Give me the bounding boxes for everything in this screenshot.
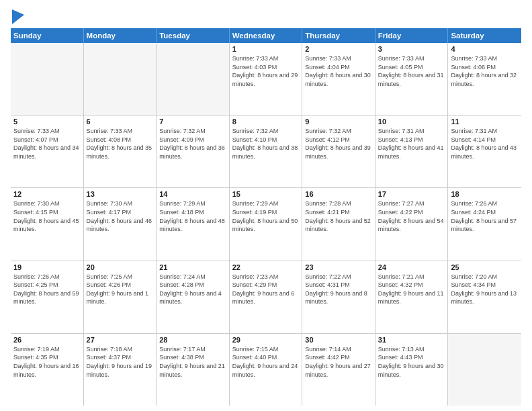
header-day-sunday: Sunday xyxy=(11,28,84,43)
calendar-cell: 2Sunrise: 7:33 AM Sunset: 4:04 PM Daylig… xyxy=(302,43,375,115)
cell-data: Sunrise: 7:25 AM Sunset: 4:26 PM Dayligh… xyxy=(87,273,154,306)
cell-data: Sunrise: 7:30 AM Sunset: 4:17 PM Dayligh… xyxy=(87,199,154,233)
cell-data: Sunrise: 7:33 AM Sunset: 4:05 PM Dayligh… xyxy=(378,54,445,88)
calendar-cell: 26Sunrise: 7:19 AM Sunset: 4:35 PM Dayli… xyxy=(11,334,84,406)
cell-data: Sunrise: 7:31 AM Sunset: 4:13 PM Dayligh… xyxy=(378,127,445,161)
calendar-cell: 1Sunrise: 7:33 AM Sunset: 4:03 PM Daylig… xyxy=(230,43,303,115)
day-number: 10 xyxy=(378,118,445,126)
day-number: 7 xyxy=(159,118,226,126)
calendar-cell xyxy=(11,43,84,115)
calendar-row-4: 19Sunrise: 7:26 AM Sunset: 4:25 PM Dayli… xyxy=(11,261,521,334)
day-number: 11 xyxy=(451,118,519,126)
calendar-cell: 9Sunrise: 7:32 AM Sunset: 4:12 PM Daylig… xyxy=(302,116,375,187)
header xyxy=(11,8,521,24)
day-number: 3 xyxy=(378,45,445,53)
calendar-row-1: 1Sunrise: 7:33 AM Sunset: 4:03 PM Daylig… xyxy=(11,43,521,116)
calendar-cell: 4Sunrise: 7:33 AM Sunset: 4:06 PM Daylig… xyxy=(448,43,521,115)
day-number: 17 xyxy=(378,190,445,198)
cell-data: Sunrise: 7:20 AM Sunset: 4:34 PM Dayligh… xyxy=(451,273,519,306)
calendar-header: SundayMondayTuesdayWednesdayThursdayFrid… xyxy=(11,28,521,43)
day-number: 6 xyxy=(87,118,154,126)
cell-data: Sunrise: 7:22 AM Sunset: 4:31 PM Dayligh… xyxy=(305,273,372,306)
svg-marker-0 xyxy=(12,9,24,24)
calendar-cell: 12Sunrise: 7:30 AM Sunset: 4:15 PM Dayli… xyxy=(11,188,84,260)
header-day-thursday: Thursday xyxy=(302,28,375,43)
header-day-tuesday: Tuesday xyxy=(157,28,230,43)
day-number: 14 xyxy=(159,190,226,198)
calendar-cell: 16Sunrise: 7:28 AM Sunset: 4:21 PM Dayli… xyxy=(302,188,375,260)
calendar-cell: 31Sunrise: 7:13 AM Sunset: 4:43 PM Dayli… xyxy=(375,334,449,406)
page: SundayMondayTuesdayWednesdayThursdayFrid… xyxy=(0,0,532,411)
calendar-cell: 28Sunrise: 7:17 AM Sunset: 4:38 PM Dayli… xyxy=(157,334,230,406)
header-day-friday: Friday xyxy=(375,28,449,43)
calendar-cell: 7Sunrise: 7:32 AM Sunset: 4:09 PM Daylig… xyxy=(157,116,230,187)
cell-data: Sunrise: 7:17 AM Sunset: 4:38 PM Dayligh… xyxy=(159,345,226,379)
calendar-cell: 29Sunrise: 7:15 AM Sunset: 4:40 PM Dayli… xyxy=(230,334,303,406)
day-number: 28 xyxy=(159,336,226,344)
cell-data: Sunrise: 7:23 AM Sunset: 4:29 PM Dayligh… xyxy=(232,273,300,306)
cell-data: Sunrise: 7:33 AM Sunset: 4:06 PM Dayligh… xyxy=(451,54,519,88)
day-number: 5 xyxy=(13,118,81,126)
calendar-cell xyxy=(157,43,230,115)
header-day-monday: Monday xyxy=(84,28,157,43)
cell-data: Sunrise: 7:32 AM Sunset: 4:12 PM Dayligh… xyxy=(305,127,372,161)
cell-data: Sunrise: 7:33 AM Sunset: 4:08 PM Dayligh… xyxy=(87,127,154,161)
cell-data: Sunrise: 7:14 AM Sunset: 4:42 PM Dayligh… xyxy=(305,345,372,379)
day-number: 12 xyxy=(13,190,81,198)
cell-data: Sunrise: 7:19 AM Sunset: 4:35 PM Dayligh… xyxy=(13,345,81,379)
day-number: 9 xyxy=(305,118,372,126)
cell-data: Sunrise: 7:13 AM Sunset: 4:43 PM Dayligh… xyxy=(378,345,445,379)
cell-data: Sunrise: 7:29 AM Sunset: 4:19 PM Dayligh… xyxy=(232,199,300,233)
day-number: 13 xyxy=(87,190,154,198)
calendar-body: 1Sunrise: 7:33 AM Sunset: 4:03 PM Daylig… xyxy=(11,43,521,406)
cell-data: Sunrise: 7:32 AM Sunset: 4:09 PM Dayligh… xyxy=(159,127,226,161)
logo-icon xyxy=(12,9,24,24)
calendar-row-5: 26Sunrise: 7:19 AM Sunset: 4:35 PM Dayli… xyxy=(11,334,521,406)
calendar-cell: 6Sunrise: 7:33 AM Sunset: 4:08 PM Daylig… xyxy=(84,116,157,187)
logo xyxy=(11,11,24,24)
cell-data: Sunrise: 7:26 AM Sunset: 4:24 PM Dayligh… xyxy=(451,199,519,233)
cell-data: Sunrise: 7:30 AM Sunset: 4:15 PM Dayligh… xyxy=(13,199,81,233)
calendar-cell: 25Sunrise: 7:20 AM Sunset: 4:34 PM Dayli… xyxy=(448,261,521,333)
day-number: 20 xyxy=(87,263,154,271)
calendar-cell: 22Sunrise: 7:23 AM Sunset: 4:29 PM Dayli… xyxy=(230,261,303,333)
calendar-cell: 30Sunrise: 7:14 AM Sunset: 4:42 PM Dayli… xyxy=(302,334,375,406)
day-number: 1 xyxy=(232,45,300,53)
calendar-cell: 14Sunrise: 7:29 AM Sunset: 4:18 PM Dayli… xyxy=(157,188,230,260)
cell-data: Sunrise: 7:33 AM Sunset: 4:03 PM Dayligh… xyxy=(232,54,300,88)
day-number: 8 xyxy=(232,118,300,126)
header-day-wednesday: Wednesday xyxy=(230,28,303,43)
cell-data: Sunrise: 7:15 AM Sunset: 4:40 PM Dayligh… xyxy=(232,345,300,379)
day-number: 30 xyxy=(305,336,372,344)
calendar-cell: 3Sunrise: 7:33 AM Sunset: 4:05 PM Daylig… xyxy=(375,43,449,115)
day-number: 31 xyxy=(378,336,445,344)
cell-data: Sunrise: 7:31 AM Sunset: 4:14 PM Dayligh… xyxy=(451,127,519,161)
calendar-cell xyxy=(448,334,521,406)
cell-data: Sunrise: 7:27 AM Sunset: 4:22 PM Dayligh… xyxy=(378,199,445,233)
calendar-cell: 15Sunrise: 7:29 AM Sunset: 4:19 PM Dayli… xyxy=(230,188,303,260)
day-number: 16 xyxy=(305,190,372,198)
day-number: 21 xyxy=(159,263,226,271)
calendar: SundayMondayTuesdayWednesdayThursdayFrid… xyxy=(11,28,521,406)
calendar-cell: 17Sunrise: 7:27 AM Sunset: 4:22 PM Dayli… xyxy=(375,188,449,260)
day-number: 27 xyxy=(87,336,154,344)
calendar-cell: 21Sunrise: 7:24 AM Sunset: 4:28 PM Dayli… xyxy=(157,261,230,333)
day-number: 2 xyxy=(305,45,372,53)
calendar-cell: 11Sunrise: 7:31 AM Sunset: 4:14 PM Dayli… xyxy=(448,116,521,187)
day-number: 29 xyxy=(232,336,300,344)
cell-data: Sunrise: 7:28 AM Sunset: 4:21 PM Dayligh… xyxy=(305,199,372,233)
cell-data: Sunrise: 7:18 AM Sunset: 4:37 PM Dayligh… xyxy=(87,345,154,379)
calendar-cell: 24Sunrise: 7:21 AM Sunset: 4:32 PM Dayli… xyxy=(375,261,449,333)
calendar-cell: 19Sunrise: 7:26 AM Sunset: 4:25 PM Dayli… xyxy=(11,261,84,333)
calendar-cell: 8Sunrise: 7:32 AM Sunset: 4:10 PM Daylig… xyxy=(230,116,303,187)
calendar-cell: 5Sunrise: 7:33 AM Sunset: 4:07 PM Daylig… xyxy=(11,116,84,187)
day-number: 23 xyxy=(305,263,372,271)
day-number: 18 xyxy=(451,190,519,198)
calendar-cell: 27Sunrise: 7:18 AM Sunset: 4:37 PM Dayli… xyxy=(84,334,157,406)
day-number: 25 xyxy=(451,263,519,271)
calendar-cell: 10Sunrise: 7:31 AM Sunset: 4:13 PM Dayli… xyxy=(375,116,449,187)
calendar-row-3: 12Sunrise: 7:30 AM Sunset: 4:15 PM Dayli… xyxy=(11,188,521,261)
cell-data: Sunrise: 7:29 AM Sunset: 4:18 PM Dayligh… xyxy=(159,199,226,233)
calendar-row-2: 5Sunrise: 7:33 AM Sunset: 4:07 PM Daylig… xyxy=(11,116,521,188)
day-number: 15 xyxy=(232,190,300,198)
